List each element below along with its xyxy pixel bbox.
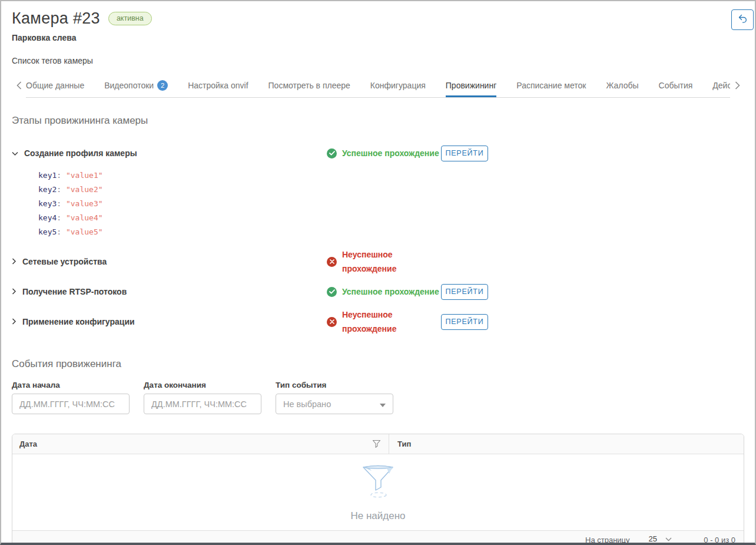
error-icon — [327, 317, 337, 327]
status-text: Неуспешное прохождение — [342, 247, 408, 276]
empty-state-text: Не найдено — [350, 510, 405, 522]
event-type-select[interactable]: Не выбрано — [276, 394, 393, 414]
status-text: Неуспешное прохождение — [342, 308, 408, 336]
events-section-title: События провиженинга — [12, 358, 744, 370]
pagination-range: 0 - 0 из 0 — [694, 536, 735, 544]
tab-complaints[interactable]: Жалобы — [606, 78, 638, 97]
tab-strip: Общие данные Видеопотоки 2 Настройка onv… — [26, 78, 730, 98]
detail-line: key3: "value3" — [38, 197, 744, 211]
chevron-left-icon — [16, 81, 22, 92]
event-type-field: Тип события Не выбрано — [276, 381, 393, 414]
tab-onvif[interactable]: Настройка onvif — [188, 78, 248, 97]
stage-details: key1: "value1" key2: "value2" key3: "val… — [38, 169, 744, 239]
detail-line: key5: "value5" — [38, 225, 744, 239]
tabs-scroll-left[interactable] — [12, 81, 26, 98]
success-icon — [327, 148, 337, 158]
stages-section-title: Этапы провижининга камеры — [12, 115, 744, 127]
tab-mark-schedule[interactable]: Расписание меток — [516, 78, 586, 97]
stage-toggle-apply-configuration[interactable]: Применение конфигурации — [12, 316, 327, 327]
event-filters: Дата начала Дата окончания Тип события Н… — [12, 381, 744, 414]
column-header-date: Дата — [12, 434, 389, 454]
tab-bar: Общие данные Видеопотоки 2 Настройка onv… — [12, 78, 744, 98]
stage-row-network-devices: Сетевые устройства Неуспешное прохождени… — [12, 247, 744, 276]
detail-line: key2: "value2" — [38, 183, 744, 197]
camera-tags-label: Список тегов камеры — [12, 56, 744, 65]
stage-row-rtsp-streams: Получение RTSP-потоков Успешное прохожде… — [12, 283, 744, 300]
detail-line: key4: "value4" — [38, 211, 744, 225]
tab-video-streams[interactable]: Видеопотоки 2 — [104, 78, 168, 97]
empty-state: Не найдено — [12, 454, 744, 530]
stage-toggle-rtsp-streams[interactable]: Получение RTSP-потоков — [12, 286, 327, 297]
start-date-label: Дата начала — [12, 381, 130, 389]
go-button[interactable]: ПЕРЕЙТИ — [441, 284, 488, 300]
stage-status: Успешное прохождение — [327, 285, 441, 299]
per-page-label: На страницу — [585, 536, 630, 544]
chevron-right-icon — [735, 81, 740, 92]
chevron-right-icon — [12, 316, 16, 327]
page-header: Камера #23 активна — [12, 9, 744, 28]
video-streams-count-badge: 2 — [157, 80, 168, 91]
stage-row-profile-creation: Создание профиля камеры Успешное прохожд… — [12, 144, 744, 162]
start-date-field: Дата начала — [12, 381, 130, 414]
success-icon — [327, 287, 337, 297]
go-button[interactable]: ПЕРЕЙТИ — [441, 146, 488, 161]
stage-row-apply-configuration: Применение конфигурации Неуспешное прохо… — [12, 308, 744, 336]
chevron-down-icon — [665, 534, 672, 543]
end-date-input[interactable] — [144, 394, 261, 414]
app-window: Камера #23 активна Парковка слева Список… — [0, 0, 756, 545]
event-type-label: Тип события — [276, 381, 393, 389]
undo-icon — [737, 14, 748, 26]
empty-filter-icon — [359, 463, 397, 501]
back-button[interactable] — [731, 9, 754, 30]
tab-provisioning[interactable]: Провижининг — [446, 78, 496, 97]
tab-player[interactable]: Посмотреть в плеере — [268, 78, 350, 97]
tab-events[interactable]: События — [659, 78, 693, 97]
chevron-down-icon — [12, 148, 18, 158]
events-table: Дата Тип — [12, 434, 744, 545]
tab-configuration[interactable]: Конфигурация — [370, 78, 426, 97]
stage-status: Неуспешное прохождение — [327, 308, 441, 336]
table-footer: На страницу 25 0 - 0 из 0 — [12, 530, 744, 545]
detail-line: key1: "value1" — [38, 169, 744, 183]
camera-location: Парковка слева — [12, 33, 744, 42]
table-header: Дата Тип — [12, 434, 744, 454]
stage-status: Неуспешное прохождение — [327, 247, 441, 276]
status-badge: активна — [108, 12, 152, 25]
stage-toggle-network-devices[interactable]: Сетевые устройства — [12, 256, 327, 267]
error-icon — [327, 257, 337, 267]
page-title: Камера #23 — [12, 9, 100, 28]
date-filter-icon[interactable] — [373, 440, 380, 448]
column-header-type: Тип — [389, 434, 744, 454]
per-page-select[interactable]: 25 — [645, 533, 674, 545]
start-date-input[interactable] — [12, 394, 130, 414]
go-button[interactable]: ПЕРЕЙТИ — [441, 314, 488, 330]
status-text: Успешное прохождение — [342, 146, 439, 160]
tab-actions[interactable]: Дейст — [712, 78, 730, 97]
stage-status: Успешное прохождение — [327, 146, 441, 160]
dropdown-arrow-icon — [380, 399, 386, 409]
chevron-right-icon — [12, 286, 16, 297]
chevron-right-icon — [12, 256, 16, 267]
stage-toggle-profile-creation[interactable]: Создание профиля камеры — [12, 148, 327, 158]
end-date-label: Дата окончания — [144, 381, 261, 389]
camera-page: Камера #23 активна Парковка слева Список… — [1, 9, 755, 545]
status-text: Успешное прохождение — [342, 285, 439, 299]
tabs-scroll-right[interactable] — [730, 81, 744, 98]
tab-general[interactable]: Общие данные — [26, 78, 84, 97]
end-date-field: Дата окончания — [144, 381, 261, 414]
